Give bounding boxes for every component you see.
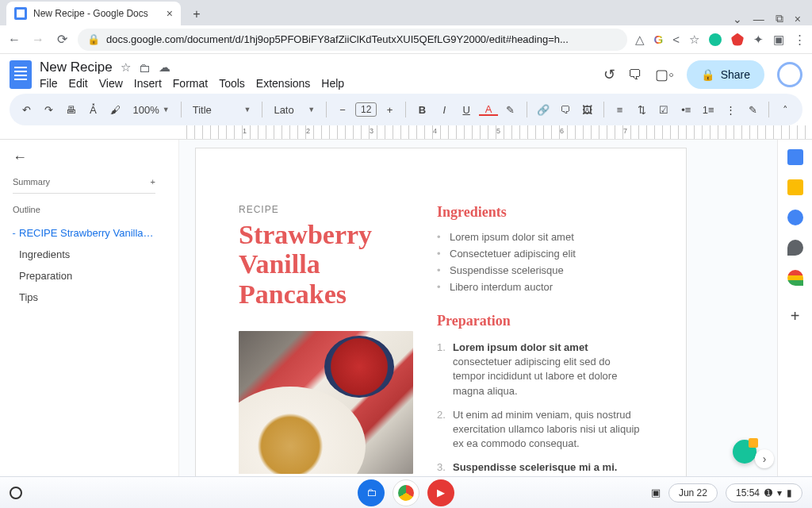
back-button[interactable]: ← (6, 33, 22, 47)
reload-button[interactable]: ⟳ (54, 32, 70, 47)
document-canvas[interactable]: RECIPE Strawberry Vanilla Pancakes Ingre… (179, 140, 777, 476)
drive-icon[interactable]: △ (635, 33, 645, 47)
doc-title[interactable]: New Recipe (40, 60, 113, 75)
url-field[interactable]: 🔒 docs.google.com/document/d/1hj9op5PFOB… (78, 29, 627, 51)
menu-icon[interactable]: ⋮ (794, 33, 806, 47)
share-button[interactable]: 🔒 Share (687, 60, 764, 89)
add-summary-button[interactable]: + (151, 177, 155, 187)
redo-button[interactable]: ↷ (40, 100, 59, 119)
outline-item[interactable]: Tips (13, 287, 155, 308)
history-icon[interactable]: ↺ (603, 66, 615, 83)
minimize-icon[interactable]: — (753, 13, 764, 25)
menu-file[interactable]: File (40, 77, 58, 90)
sidepanel-ext-icon[interactable]: ▣ (773, 33, 784, 47)
menu-tools[interactable]: Tools (219, 77, 245, 90)
browser-tab[interactable]: New Recipe - Google Docs × (6, 2, 181, 25)
status-tray[interactable]: 15:54 ➊ ▾ ▮ (726, 483, 802, 502)
increase-font-button[interactable]: + (380, 100, 399, 119)
list-item: Lorem ipsum dolor sit amet (437, 229, 643, 245)
paint-format-button[interactable]: 🖌 (106, 100, 125, 119)
text-color-button[interactable]: A (479, 103, 498, 116)
menu-format[interactable]: Format (173, 77, 208, 90)
comment-button[interactable]: 🗨 (556, 100, 575, 119)
main-area: ← Summary + Outline RECIPE Strawberry Va… (0, 140, 812, 476)
google-icon[interactable]: G (654, 33, 664, 46)
page[interactable]: RECIPE Strawberry Vanilla Pancakes Ingre… (195, 148, 687, 476)
vertical-ruler[interactable] (168, 140, 179, 476)
cloud-status-icon[interactable]: ☁ (159, 60, 170, 75)
menu-help[interactable]: Help (321, 77, 344, 90)
hide-outline-button[interactable]: ← (13, 149, 27, 166)
comments-icon[interactable]: 🗨 (628, 67, 642, 83)
bold-button[interactable]: B (412, 100, 431, 119)
zoom-dropdown[interactable]: 100%▼ (128, 104, 174, 116)
docs-favicon (14, 7, 27, 20)
bookmark-icon[interactable]: ☆ (689, 33, 699, 47)
maps-panel-icon[interactable] (787, 270, 803, 286)
new-tab-button[interactable]: + (186, 3, 208, 25)
docs-header: New Recipe ☆ 🗀 ☁ File Edit View Insert F… (0, 54, 812, 90)
underline-button[interactable]: U (457, 100, 476, 119)
menu-extensions[interactable]: Extensions (256, 77, 310, 90)
chrome-app-icon[interactable] (393, 479, 419, 506)
menu-edit[interactable]: Edit (69, 77, 88, 90)
contacts-panel-icon[interactable] (787, 240, 803, 256)
horizontal-ruler[interactable]: 1 2 3 4 5 6 7 (179, 125, 812, 139)
numbered-list-button[interactable]: 1≡ (699, 100, 718, 119)
close-window-icon[interactable]: × (795, 13, 801, 25)
meet-icon[interactable]: ▢◦ (655, 66, 673, 83)
undo-button[interactable]: ↶ (17, 100, 36, 119)
outline-label: Outline (13, 205, 155, 214)
adblock-ext-icon[interactable] (731, 33, 744, 46)
account-avatar[interactable] (777, 62, 802, 87)
print-button[interactable]: 🖶 (62, 100, 81, 119)
editing-mode-button[interactable]: ✎ (743, 100, 762, 119)
launcher-button[interactable] (10, 487, 22, 499)
tasks-panel-icon[interactable] (787, 210, 803, 225)
spellcheck-button[interactable]: A̽ (84, 100, 103, 119)
link-button[interactable]: 🔗 (534, 100, 553, 119)
recipe-photo[interactable] (239, 331, 413, 474)
menu-bar: File Edit View Insert Format Tools Exten… (40, 77, 344, 90)
align-button[interactable]: ≡ (611, 100, 630, 119)
grammarly-ext-icon[interactable] (709, 33, 722, 46)
menu-insert[interactable]: Insert (134, 77, 162, 90)
checklist-button[interactable]: ☑ (654, 100, 673, 119)
grammarly-fab[interactable] (733, 440, 756, 464)
add-panel-button[interactable]: + (787, 308, 803, 324)
wifi-icon: ▾ (777, 487, 782, 498)
show-sidepanel-button[interactable]: › (755, 449, 774, 468)
star-icon[interactable]: ☆ (121, 60, 131, 75)
forward-button[interactable]: → (30, 33, 46, 47)
outline-item[interactable]: Ingredients (13, 244, 155, 265)
calendar-panel-icon[interactable] (787, 149, 803, 165)
share-ext-icon[interactable]: < (672, 33, 680, 46)
font-dropdown[interactable]: Lato▼ (269, 104, 320, 116)
menu-view[interactable]: View (99, 77, 123, 90)
youtube-music-icon[interactable]: ▶ (427, 479, 454, 506)
style-dropdown[interactable]: Title▼ (188, 104, 256, 116)
highlight-button[interactable]: ✎ (501, 100, 520, 119)
image-button[interactable]: 🖼 (578, 100, 597, 119)
screenshot-icon[interactable]: ▣ (651, 487, 661, 498)
side-panel: + (777, 140, 812, 476)
collapse-toolbar-button[interactable]: ˄ (776, 100, 795, 119)
chevron-down-icon[interactable]: ⌄ (733, 13, 742, 25)
decrease-font-button[interactable]: − (333, 100, 352, 119)
files-app-icon[interactable]: 🗀 (358, 479, 385, 506)
more-button[interactable]: ⋮ (721, 100, 740, 119)
outline-sidebar: ← Summary + Outline RECIPE Strawberry Va… (0, 140, 168, 476)
close-tab-icon[interactable]: × (167, 7, 173, 20)
italic-button[interactable]: I (435, 100, 454, 119)
outline-item[interactable]: Preparation (13, 265, 155, 287)
maximize-icon[interactable]: ⧉ (776, 12, 783, 25)
outline-item[interactable]: RECIPE Strawberry Vanilla Panc... (13, 222, 155, 244)
keep-panel-icon[interactable] (787, 179, 803, 195)
bulleted-list-button[interactable]: •≡ (676, 100, 695, 119)
date-pill[interactable]: Jun 22 (668, 483, 718, 502)
font-size-input[interactable]: 12 (355, 102, 377, 117)
move-icon[interactable]: 🗀 (139, 61, 151, 75)
line-spacing-button[interactable]: ⇅ (633, 100, 652, 119)
extensions-icon[interactable]: ✦ (753, 33, 764, 47)
docs-logo[interactable] (10, 60, 32, 89)
